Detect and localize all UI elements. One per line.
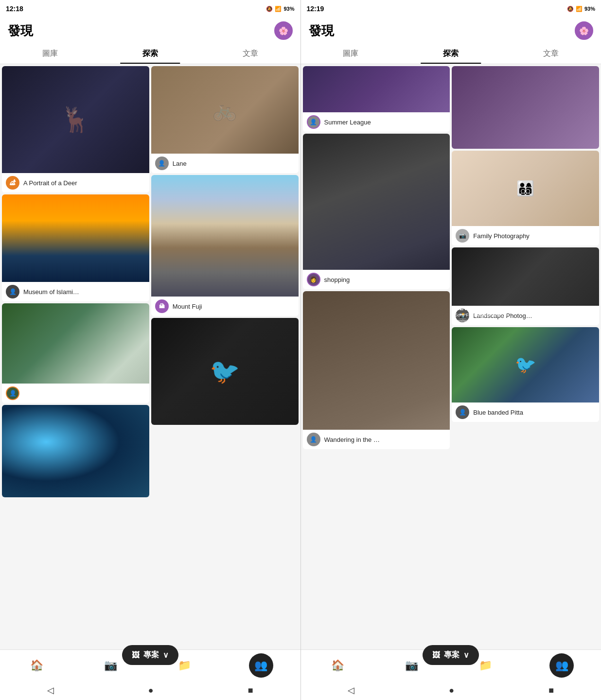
left-phone: 12:18 🔕 📶 93% 發現 🌸 圖庫 探索 文章: [0, 0, 300, 700]
folder-icon-right[interactable]: 📁: [476, 656, 495, 675]
back-btn-right[interactable]: ◁: [348, 685, 354, 696]
tab-explore-right[interactable]: 探索: [401, 44, 501, 64]
status-right: 12:19 🔕 📶 93%: [301, 0, 601, 18]
avatar-shopping: 👩: [307, 273, 320, 286]
avatar-family: 📷: [456, 229, 469, 243]
project-icon-right: 🖼: [432, 651, 440, 660]
group-icon-left[interactable]: 👥: [249, 653, 273, 678]
folder-icon-left[interactable]: 📁: [175, 656, 194, 675]
card-label-wandering: 👤 Wandering in the …: [303, 430, 450, 449]
col2-left: 🚲 👤 Lane 🏔 Mount Fuji 🐦: [151, 66, 299, 648]
lens-overlay: REVIEW Sony FE16-35mm F2.8GM Landscape P…: [455, 304, 507, 323]
card-label-family: 📷 Family Photography: [452, 226, 599, 245]
tab-article-left[interactable]: 文章: [200, 44, 300, 64]
status-icons-right: 🔕 📶 93%: [567, 6, 595, 12]
tabs-left: 圖庫 探索 文章: [0, 44, 300, 64]
card-label-pitta: 👤 Blue banded Pitta: [452, 402, 599, 422]
label-shopping: shopping: [324, 276, 350, 283]
card-sunset[interactable]: 👤 Museum of Islami…: [2, 194, 149, 301]
avatar-sunset: 👤: [6, 285, 19, 298]
card-fuji[interactable]: 🏔 Mount Fuji: [151, 175, 299, 316]
battery-left: 93%: [283, 6, 294, 12]
sys-nav-right: ◁ ● ■: [301, 681, 601, 700]
back-btn-left[interactable]: ◁: [47, 685, 54, 696]
card-pitta[interactable]: 🐦 👤 Blue banded Pitta: [452, 327, 599, 422]
avatar-left[interactable]: 🌸: [274, 21, 293, 40]
card-woman-shop[interactable]: 👩 shopping: [303, 134, 450, 289]
app-title-left: 發現: [8, 22, 274, 39]
sys-nav-left: ◁ ● ■: [0, 681, 300, 700]
card-label-bike: 👤 Lane: [151, 154, 299, 173]
mute-icon: 🔕: [266, 6, 273, 12]
home-icon-right[interactable]: 🏠: [328, 656, 347, 675]
card-lens[interactable]: REVIEW Sony FE16-35mm F2.8GM Landscape P…: [452, 247, 599, 325]
mute-icon-r: 🔕: [567, 6, 574, 12]
avatar-pitta: 👤: [456, 405, 469, 419]
recents-btn-left[interactable]: ■: [248, 685, 253, 696]
label-wandering: Wandering in the …: [324, 436, 380, 443]
status-bar-right: 12:19 🔕 📶 93%: [301, 0, 601, 18]
tab-explore-left[interactable]: 探索: [100, 44, 200, 64]
card-glam[interactable]: [452, 66, 599, 149]
card-family[interactable]: 👨‍👩‍👦‍👦 📷 Family Photography: [452, 151, 599, 245]
battery-right: 93%: [584, 6, 595, 12]
label-pitta: Blue banded Pitta: [473, 409, 523, 416]
app-header-left: 發現 🌸: [0, 18, 300, 44]
chevron-left: ∨: [163, 650, 169, 660]
label-summer: Summer League: [324, 119, 371, 126]
card-label-summer: 👤 Summer League: [303, 112, 450, 132]
wifi-icon: 📶: [275, 6, 282, 12]
avatar-right[interactable]: 🌸: [575, 21, 593, 40]
card-basketball[interactable]: 👤 Summer League: [303, 66, 450, 132]
wifi-icon-r: 📶: [576, 6, 583, 12]
project-button-right[interactable]: 🖼 專案 ∨: [423, 645, 479, 665]
masonry-right: 👤 Summer League 👩 shopping �: [301, 64, 601, 649]
avatar-deer: 🏕: [6, 176, 19, 190]
col2-right: 👨‍👩‍👦‍👦 📷 Family Photography REVIEW Sony…: [452, 66, 599, 648]
card-label-fuji: 🏔 Mount Fuji: [151, 297, 299, 316]
status-icons-left: 🔕 📶 93%: [266, 6, 294, 12]
avatar-foggy: 👤: [6, 386, 19, 400]
camera-icon-left[interactable]: 📷: [101, 656, 121, 675]
avatar-wandering: 👤: [307, 433, 320, 446]
avatar-summer: 👤: [307, 115, 320, 129]
card-label-foggy: 👤: [2, 384, 149, 403]
time-right: 12:19: [307, 5, 324, 13]
col1-left: 🦌 🏕 A Portrait of a Deer 👤 Museum of Isl…: [2, 66, 149, 648]
label-fuji: Mount Fuji: [173, 303, 202, 310]
camera-icon-right[interactable]: 📷: [402, 656, 421, 675]
home-btn-right[interactable]: ●: [449, 685, 454, 696]
label-deer: A Portrait of a Deer: [23, 179, 77, 187]
label-bike: Lane: [173, 160, 187, 167]
app-header-right: 發現 🌸: [301, 18, 601, 44]
time-left: 12:18: [6, 5, 23, 13]
project-label-right: 專案: [444, 650, 460, 660]
label-sunset: Museum of Islami…: [23, 288, 79, 296]
tab-gallery-right[interactable]: 圖庫: [301, 44, 401, 64]
home-btn-left[interactable]: ●: [148, 685, 154, 696]
masonry-left: 🦌 🏕 A Portrait of a Deer 👤 Museum of Isl…: [0, 64, 300, 649]
status-bar-left: 12:18 🔕 📶 93%: [0, 0, 300, 18]
project-button-left[interactable]: 🖼 專案 ∨: [122, 645, 178, 665]
card-small-bird[interactable]: 🐦: [151, 318, 299, 425]
col1-right: 👤 Summer League 👩 shopping �: [303, 66, 450, 648]
card-bokeh[interactable]: [2, 405, 149, 497]
project-label-left: 專案: [143, 650, 159, 660]
card-foggy[interactable]: 👤: [2, 303, 149, 403]
tab-gallery-left[interactable]: 圖庫: [0, 44, 100, 64]
recents-btn-right[interactable]: ■: [548, 685, 554, 696]
app-title-right: 發現: [309, 22, 575, 39]
card-label-sunset: 👤 Museum of Islami…: [2, 282, 149, 301]
card-label-shopping: 👩 shopping: [303, 270, 450, 289]
avatar-bike: 👤: [155, 157, 169, 170]
card-forest-bride[interactable]: 👤 Wandering in the …: [303, 291, 450, 449]
tab-article-right[interactable]: 文章: [501, 44, 601, 64]
status-left: 12:18 🔕 📶 93%: [0, 0, 300, 18]
right-phone: 12:19 🔕 📶 93% 發現 🌸 圖庫 探索 文章: [301, 0, 601, 700]
chevron-right: ∨: [463, 650, 469, 660]
home-icon-left[interactable]: 🏠: [27, 656, 47, 675]
card-bike[interactable]: 🚲 👤 Lane: [151, 66, 299, 173]
card-label-deer: 🏕 A Portrait of a Deer: [2, 173, 149, 192]
group-icon-right[interactable]: 👥: [549, 653, 574, 678]
card-deer[interactable]: 🦌 🏕 A Portrait of a Deer: [2, 66, 149, 192]
